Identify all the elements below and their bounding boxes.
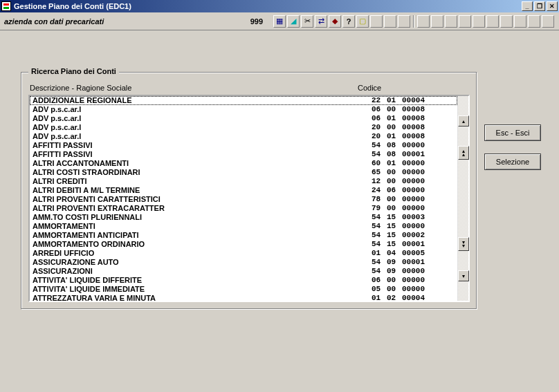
row-description: ATTIVITA' LIQUIDE DIFFERITE [33,276,372,285]
row-code: 240600000 [372,186,455,195]
row-code: 220100004 [372,96,455,105]
list-item[interactable]: AFFITTI PASSIVI540800000 [30,141,457,150]
grey-btn-3[interactable] [398,15,410,28]
row-description: ADV p.s.c.ar.l [33,132,372,141]
list-item[interactable]: ALTRI COSTI STRAORDINARI650000000 [30,168,457,177]
list-item[interactable]: ADV p.s.c.ar.l060000008 [30,105,457,114]
list-item[interactable]: AMM.TO COSTI PLURIENNALI541500003 [30,213,457,222]
row-description: ALTRI PROVENTI CARATTERISTICI [33,195,372,204]
row-description: AMMORTAMENTO ORDINARIO [33,240,372,249]
grey-btn-5[interactable] [431,15,443,28]
row-code: 120000000 [372,177,455,186]
groupbox-legend: Ricerca Piano dei Conti [28,67,119,75]
scroll-down-button[interactable]: ▾ [458,270,469,281]
list-item[interactable]: ALTRI PROVENTI CARATTERISTICI780000000 [30,195,457,204]
row-description: ARREDI UFFICIO [33,249,372,258]
row-code: 541500003 [372,213,455,222]
row-code: 650000000 [372,168,455,177]
row-description: AMMORTAMENTI [33,222,372,231]
book-icon[interactable]: ◢ [287,15,300,28]
grey-btn-2[interactable] [384,15,396,28]
row-code: 540900001 [372,258,455,267]
row-description: ALTRI COSTI STRAORDINARI [33,168,372,177]
list-item[interactable]: ATTREZZATURA VARIA E MINUTA010200004 [30,294,457,301]
close-button[interactable]: ✕ [547,1,558,11]
column-headers: Descrizione - Ragione Sociale Codice [30,84,468,92]
row-description: AFFITTI PASSIVI [33,150,372,159]
list-item[interactable]: ALTRI DEBITI A M/L TERMINE240600000 [30,186,457,195]
row-code: 200000008 [372,123,455,132]
list-item[interactable]: ASSICURAZIONE AUTO540900001 [30,258,457,267]
row-code: 200100008 [372,132,455,141]
titlebar: Gestione Piano dei Conti (EDC1) _ ❐ ✕ [0,0,559,12]
list-item[interactable]: ALTRI PROVENTI EXTRACARATTER790000000 [30,204,457,213]
row-description: ASSICURAZIONI [33,267,372,276]
help-icon[interactable]: ? [342,15,355,28]
company-label: azienda con dati precaricati [4,17,104,26]
row-description: ADV p.s.c.ar.l [33,114,372,123]
list-item[interactable]: ALTRI ACCANTONAMENTI600100000 [30,159,457,168]
minimize-button[interactable]: _ [522,1,533,11]
scrollbar[interactable]: ▴ ▴▴ ▾▾ ▾ [457,96,468,301]
list-item[interactable]: ALTRI CREDITI120000000 [30,177,457,186]
toolbar-divider [413,15,414,28]
row-code: 541500000 [372,222,455,231]
esc-button[interactable]: Esc - Esci [484,124,541,141]
list-item[interactable]: AMMORTAMENTI ANTICIPATI541500002 [30,231,457,240]
maximize-button[interactable]: ❐ [534,1,545,11]
row-code: 060000008 [372,105,455,114]
grey-btn-7[interactable] [459,15,471,28]
book2-icon[interactable]: ◆ [329,15,341,28]
row-description: AMMORTAMENTI ANTICIPATI [33,231,372,240]
scroll-page-down-button[interactable]: ▾▾ [458,237,469,251]
list-item[interactable]: ASSICURAZIONI540900000 [30,267,457,276]
calendar-icon[interactable]: ▦ [273,15,286,28]
grey-btn-10[interactable] [500,15,513,28]
list-item[interactable]: ATTIVITA' LIQUIDE IMMEDIATE050000000 [30,285,457,294]
row-description: ADV p.s.c.ar.l [33,105,372,114]
window-title: Gestione Piano dei Conti (EDC1) [14,2,520,10]
grey-btn-6[interactable] [445,15,457,28]
list-item[interactable]: ADV p.s.c.ar.l060100008 [30,114,457,123]
search-groupbox: Ricerca Piano dei Conti Descrizione - Ra… [21,72,477,310]
scroll-page-up-button[interactable]: ▴▴ [458,146,469,160]
grey-btn-4[interactable] [417,15,430,28]
row-code: 060100008 [372,114,455,123]
scroll-up-button[interactable]: ▴ [458,115,469,127]
folder-icon[interactable]: ▢ [356,15,369,28]
select-button[interactable]: Selezione [484,153,541,170]
grey-btn-9[interactable] [486,15,499,28]
results-list[interactable]: ADDIZIONALE REGIONALE220100004ADV p.s.c.… [28,95,470,302]
list-item[interactable]: ADV p.s.c.ar.l200000008 [30,123,457,132]
list-item[interactable]: ADV p.s.c.ar.l200100008 [30,132,457,141]
list-item[interactable]: AFFITTI PASSIVI540800001 [30,150,457,159]
row-description: ALTRI DEBITI A M/L TERMINE [33,186,372,195]
tools-icon[interactable]: ✂ [301,15,313,28]
row-code: 790000000 [372,204,455,213]
app-icon [1,1,11,11]
row-description: AFFITTI PASSIVI [33,141,372,150]
grey-btn-1[interactable] [370,15,383,28]
grey-btn-11[interactable] [514,15,526,28]
exchange-icon[interactable]: ⇄ [315,15,327,28]
row-code: 540800000 [372,141,455,150]
row-code: 050000000 [372,285,455,294]
row-description: ASSICURAZIONE AUTO [33,258,372,267]
workspace: Ricerca Piano dei Conti Descrizione - Ra… [0,30,559,324]
row-description: ALTRI ACCANTONAMENTI [33,159,372,168]
grey-btn-13[interactable] [542,15,554,28]
toolbar: azienda con dati precaricati 999 ▦ ◢ ✂ ⇄… [0,12,559,30]
row-description: ATTIVITA' LIQUIDE IMMEDIATE [33,285,372,294]
list-item[interactable]: ATTIVITA' LIQUIDE DIFFERITE060000000 [30,276,457,285]
row-description: ADV p.s.c.ar.l [33,123,372,132]
side-buttons: Esc - Esci Selezione [484,124,541,183]
grey-btn-8[interactable] [473,15,485,28]
list-item[interactable]: AMMORTAMENTO ORDINARIO541500001 [30,240,457,249]
list-item[interactable]: ARREDI UFFICIO010400005 [30,249,457,258]
grey-btn-12[interactable] [528,15,540,28]
row-code: 780000000 [372,195,455,204]
row-code: 540800001 [372,150,455,159]
list-item[interactable]: ADDIZIONALE REGIONALE220100004 [30,96,457,105]
header-description: Descrizione - Ragione Sociale [30,84,358,92]
list-item[interactable]: AMMORTAMENTI541500000 [30,222,457,231]
